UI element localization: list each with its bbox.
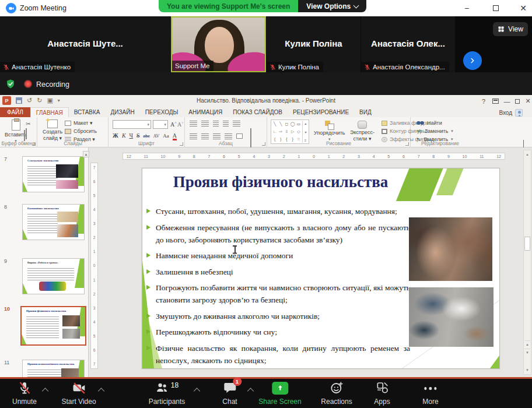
font-size-combobox[interactable]: ▾ [153,120,168,129]
ppt-minimize-button[interactable]: — [502,97,512,105]
vertical-ruler[interactable]: 765432101234567 [90,163,98,369]
group-label: Редактирование [411,140,470,146]
customize-qat-icon[interactable]: ▾ [58,99,60,103]
increase-indent-button[interactable] [223,121,229,126]
start-video-button[interactable]: Start Video [61,381,96,407]
tab-review[interactable]: РЕЦЕНЗИРОВАНИЕ [288,107,354,117]
participant-tile-active-video[interactable]: Support Me [171,16,266,72]
help-button[interactable]: ? [478,97,489,105]
tab-view[interactable]: ВИД [354,107,377,117]
redo-icon[interactable]: ↻ [37,97,42,104]
font-color-button[interactable]: А [173,133,177,140]
start-slideshow-icon[interactable]: ▣ [47,97,52,104]
increase-font-button[interactable]: А˄ [170,121,177,128]
line-spacing-button[interactable] [233,121,240,126]
shapes-gallery-scroll[interactable]: ▴▾≡ [302,121,308,143]
security-shield-icon[interactable] [5,78,16,90]
arrange-button[interactable]: Упорядочить ▾ [314,121,345,142]
italic-button[interactable]: К [122,133,126,139]
font-name-combobox[interactable]: ▾ [113,120,151,129]
slide-bullet-list[interactable]: Стусани, штовхання, побої, удушення, шма… [146,205,410,369]
share-screen-button[interactable]: Share Screen [258,381,301,407]
reactions-button[interactable]: Reactions [321,381,352,407]
slide-thumbnail-9[interactable]: Вправа «Робота в групах» [22,258,85,294]
find-button[interactable]: Найти [416,120,442,126]
align-right-button[interactable] [213,133,220,139]
bold-button[interactable]: Ж [113,133,118,139]
layout-button[interactable]: Макет ▾ [65,120,93,126]
participants-button[interactable]: 18 Participants [149,381,186,407]
view-options-button[interactable]: View Options [298,0,366,12]
participant-tile[interactable]: Анастасія Олек... Анастасія Олександр... [361,16,455,72]
dialog-launcher-icon[interactable] [180,142,183,146]
slide-canvas[interactable]: Прояви фізичного насильства Стусани, што… [142,168,500,369]
participant-badge-name: Анастасія Шутенко [12,64,71,71]
next-participants-button[interactable] [463,51,482,70]
horizontal-ruler[interactable]: 1211109876543210123456789101112 [123,153,505,160]
previous-slide-button[interactable]: ▲ [524,340,530,348]
participant-tile[interactable]: Кулик Поліна Кулик Поліна [267,16,360,72]
character-spacing-button[interactable]: AV [153,134,160,139]
replace-button[interactable]: abЗаменить▾ [416,128,453,134]
next-slide-button[interactable]: ▼ [524,349,530,356]
quick-styles-button[interactable]: Экспресс- стили ▾ [350,121,374,142]
cut-button[interactable]: ✂ [26,121,30,127]
change-case-button[interactable]: Aa [163,133,169,139]
slide-thumbnail-8[interactable]: Економічне насильство [22,204,85,240]
maximize-button[interactable] [487,2,505,14]
slide-title[interactable]: Прояви фізичного насильства [149,173,412,191]
ribbon-display-options-button[interactable] [490,97,501,105]
scroll-down-button[interactable]: ▼ [524,367,530,374]
view-layout-button[interactable]: View [493,22,528,36]
minimize-button[interactable]: − [458,2,475,14]
participants-options-chevron[interactable] [195,387,200,392]
chat-button[interactable]: 1 Chat [222,381,237,407]
audio-options-chevron[interactable] [43,387,48,392]
columns-button[interactable] [236,133,243,139]
slide-thumbnail-10-selected[interactable]: Прояви фізичного насильства [20,306,86,346]
numbering-button[interactable] [201,121,209,126]
participant-tile[interactable]: Анастасія Шуте... Анастасія Шутенко [0,16,170,72]
scrollbar-thumb[interactable] [524,237,530,251]
tab-insert[interactable]: ВСТАВКА [69,107,106,117]
dialog-launcher-icon[interactable] [262,142,265,146]
justify-button[interactable] [225,133,232,139]
new-slide-button[interactable]: Создать слайд ▾ [43,119,62,142]
bullets-button[interactable] [190,121,197,126]
align-left-button[interactable] [190,133,197,139]
copy-button[interactable] [26,129,27,139]
tab-design[interactable]: ДИЗАЙН [106,107,140,117]
slide-thumbnail-7[interactable]: Сексуальне насильство [22,156,85,192]
thumbnail-scroll-up-button[interactable]: ▲ [83,151,89,157]
video-options-chevron[interactable] [99,387,104,392]
tab-slideshow[interactable]: ПОКАЗ СЛАЙДОВ [228,107,288,117]
strikethrough-button[interactable]: S [136,133,140,139]
apps-button[interactable]: Apps [374,381,390,407]
ppt-restore-button[interactable] [512,97,523,105]
ppt-close-button[interactable]: ✕ [523,97,532,105]
tab-file[interactable]: ФАЙЛ [0,107,30,117]
dialog-launcher-icon[interactable] [32,142,36,146]
more-button[interactable]: More [422,381,438,407]
powerpoint-logo-icon[interactable]: P [2,96,11,105]
shadow-button[interactable]: abc [144,134,150,139]
underline-button[interactable]: Ч [130,133,134,139]
align-center-button[interactable] [201,133,209,139]
chat-options-chevron[interactable] [249,387,254,392]
save-icon[interactable] [16,97,22,104]
slide-scrollbar[interactable]: ▲ ▲ ▼ ▼ [523,150,531,375]
slide-thumbnail-11[interactable]: Прояви психологічного насильства [22,360,85,377]
tab-transitions[interactable]: ПЕРЕХОДЫ [140,107,184,117]
recording-indicator-icon[interactable] [24,80,32,88]
scroll-up-button[interactable]: ▲ [524,151,530,158]
decrease-font-button[interactable]: А˅ [177,121,184,128]
decrease-indent-button[interactable] [213,121,219,126]
close-button[interactable]: ✕ [514,2,532,14]
unmute-button[interactable]: Unmute [12,381,37,407]
undo-icon[interactable]: ↺ [27,97,32,104]
tab-home[interactable]: ГЛАВНАЯ [30,107,69,117]
reset-button[interactable]: Сбросить [65,128,97,134]
sign-in-control[interactable]: Вход [499,109,523,117]
tab-animations[interactable]: АНИМАЦИЯ [183,107,228,117]
dialog-launcher-icon[interactable] [405,142,409,146]
